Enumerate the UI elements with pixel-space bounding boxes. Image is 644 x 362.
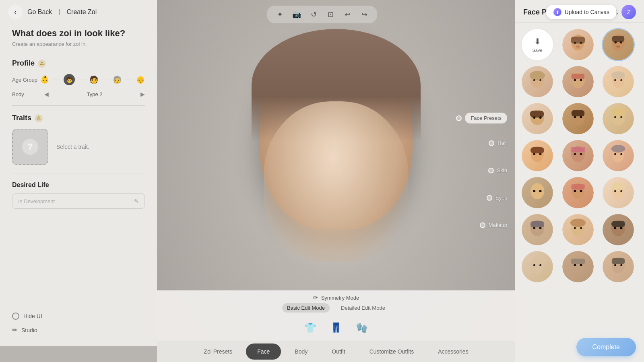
back-button[interactable]: ‹ — [8, 5, 23, 19]
detailed-edit-mode-button[interactable]: Detailed Edit Mode — [336, 303, 390, 313]
preset-item-7[interactable] — [521, 102, 554, 135]
nav-face[interactable]: Face — [246, 343, 281, 360]
preset-avatar-16 — [522, 214, 553, 245]
skin-label: Skin — [497, 167, 507, 173]
svg-point-17 — [574, 79, 576, 81]
nav-customize-outfits[interactable]: Customize Outfits — [357, 342, 426, 361]
svg-point-5 — [576, 45, 580, 48]
panel-question: What does zoi in look like? — [12, 28, 145, 39]
hide-ui-toggle[interactable] — [12, 313, 19, 320]
basic-edit-mode-button[interactable]: Basic Edit Mode — [282, 303, 330, 313]
presets-grid: ⬇ Save — [521, 28, 638, 283]
eyes-marker[interactable]: Eyes — [487, 195, 507, 201]
desired-life-title: Desired Life — [12, 181, 145, 189]
age-connector-4 — [125, 80, 133, 80]
traits-row: ? Select a trait. — [12, 129, 145, 165]
preset-item-19[interactable] — [521, 250, 554, 283]
skin-marker[interactable]: Skin — [488, 167, 507, 173]
preset-avatar-4 — [522, 66, 553, 97]
body-type-value: Type 2 — [53, 91, 136, 97]
save-preset-button[interactable]: ⬇ Save — [521, 28, 554, 61]
outfit-icon-3[interactable]: 🧤 — [353, 319, 371, 337]
right-panel-face-presets: Face Presets ⚠ 🗑 ⇅ ≡ × ⬇ Save — [515, 0, 644, 362]
preset-item-16[interactable] — [521, 213, 554, 246]
nav-zoi-presets[interactable]: Zoi Presets — [192, 342, 244, 361]
bottom-left-controls: Hide UI ✏ Studio — [12, 313, 42, 334]
preset-item-21[interactable] — [602, 250, 635, 283]
complete-button[interactable]: Complete — [576, 338, 636, 356]
nav-accessories[interactable]: Accessories — [426, 342, 480, 361]
face-presets-marker[interactable]: Face Presets — [456, 113, 507, 123]
studio-row[interactable]: ✏ Studio — [12, 326, 42, 334]
save-download-icon: ⬇ — [534, 37, 541, 46]
preset-item-2[interactable] — [561, 28, 594, 61]
hair-marker-dot — [489, 140, 494, 146]
preset-item-13[interactable] — [521, 176, 554, 209]
desired-life-input[interactable]: In Development ✎ — [12, 193, 145, 209]
preset-item-10[interactable] — [521, 139, 554, 172]
outfit-icon-2[interactable]: 👖 — [327, 319, 345, 337]
preset-item-12[interactable] — [602, 139, 635, 172]
edit-mode-row: Basic Edit Mode Detailed Edit Mode — [157, 303, 515, 316]
nav-body[interactable]: Body — [283, 342, 320, 361]
svg-point-68 — [614, 227, 617, 229]
age-icon-1[interactable]: 👶 — [40, 75, 49, 84]
makeup-marker-dot — [480, 222, 485, 228]
page-title: Create Zoi — [67, 8, 97, 16]
preset-item-3[interactable] — [602, 28, 635, 61]
age-icon-5[interactable]: 👴 — [136, 75, 145, 84]
svg-point-64 — [574, 227, 576, 229]
profile-warning-icon: ⚠ — [38, 60, 46, 68]
preset-item-6[interactable] — [602, 65, 635, 98]
preset-item-18[interactable] — [602, 213, 635, 246]
svg-rect-51 — [571, 184, 585, 189]
desired-life-section: Desired Life In Development ✎ — [12, 181, 145, 209]
age-icon-3[interactable]: 🧑 — [89, 75, 98, 84]
left-panel: What does zoi in look like? Create an ap… — [0, 0, 157, 346]
trait-card[interactable]: ? — [12, 129, 48, 165]
age-connector-1 — [52, 80, 60, 80]
upload-to-canvas-button[interactable]: ⬆ Upload to Canvas — [546, 5, 617, 19]
body-prev-button[interactable]: ◀ — [44, 91, 49, 97]
header-right: ⬆ Upload to Canvas Z — [546, 5, 636, 19]
nav-outfit[interactable]: Outfit — [320, 342, 357, 361]
svg-point-72 — [539, 264, 541, 266]
hide-ui-row[interactable]: Hide UI — [12, 313, 42, 320]
symmetry-row: ⟳ Symmetry Mode — [157, 290, 515, 303]
svg-point-37 — [533, 153, 536, 155]
user-avatar[interactable]: Z — [621, 5, 636, 19]
svg-point-9 — [620, 41, 622, 43]
age-icon-4[interactable]: 🧓 — [113, 75, 122, 84]
preset-item-15[interactable] — [602, 176, 635, 209]
header-separator: | — [58, 8, 60, 16]
preset-avatar-14 — [562, 177, 594, 208]
svg-point-44 — [611, 145, 625, 152]
preset-item-8[interactable] — [561, 102, 594, 135]
body-next-button[interactable]: ▶ — [140, 91, 145, 97]
svg-rect-36 — [530, 147, 544, 153]
svg-point-65 — [580, 227, 582, 229]
age-icon-2[interactable]: 🧒 — [64, 74, 75, 85]
svg-point-70 — [531, 257, 544, 274]
svg-point-13 — [533, 79, 535, 81]
svg-rect-24 — [530, 111, 544, 117]
preset-item-4[interactable] — [521, 65, 554, 98]
preset-item-20[interactable] — [561, 250, 594, 283]
preset-avatar-7 — [522, 103, 553, 134]
svg-point-48 — [533, 190, 536, 192]
preset-avatar-17 — [562, 214, 594, 245]
divider-1 — [12, 105, 145, 106]
bottom-navigation: Zoi Presets Face Body Outfit Customize O… — [157, 341, 515, 362]
svg-rect-7 — [612, 36, 624, 42]
preset-item-9[interactable] — [602, 102, 635, 135]
outfit-icon-1[interactable]: 👕 — [301, 319, 319, 337]
makeup-marker[interactable]: Makeup — [480, 222, 507, 228]
preset-item-14[interactable] — [561, 176, 594, 209]
preset-avatar-15 — [603, 177, 634, 208]
preset-item-11[interactable] — [561, 139, 594, 172]
svg-point-12 — [530, 71, 545, 80]
hair-marker[interactable]: Hair — [489, 140, 507, 146]
hide-ui-label: Hide UI — [23, 313, 42, 319]
preset-item-5[interactable] — [561, 65, 594, 98]
preset-item-17[interactable] — [561, 213, 594, 246]
